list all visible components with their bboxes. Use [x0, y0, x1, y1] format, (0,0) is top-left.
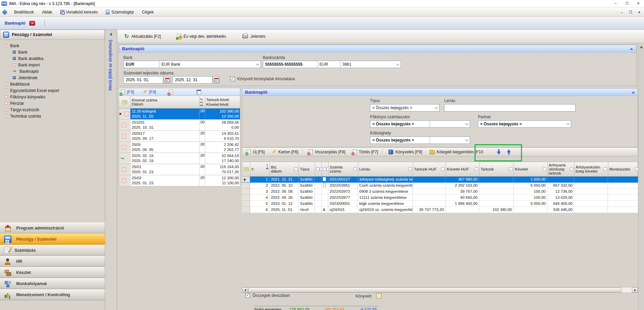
nav-item-hr[interactable]: HR — [0, 256, 105, 267]
filter-box-icon[interactable] — [354, 167, 357, 171]
col-flag2[interactable] — [322, 162, 329, 176]
leiras-input[interactable] — [444, 104, 576, 112]
maximize-icon[interactable] — [621, 0, 633, 7]
bankszamla-select[interactable]: 55555555-55555555 EUR 3861 — [263, 61, 401, 68]
sidebar-item-bank-import[interactable]: Bank import — [0, 62, 105, 68]
sidebar-item-jelent-sek[interactable]: Jelentések — [0, 74, 105, 81]
menu-strip-label[interactable]: Menü (klikk az elrejtéshez) — [108, 40, 113, 91]
menu-item-c-gek[interactable]: Cégek — [138, 9, 158, 16]
filter-box-icon[interactable] — [509, 167, 513, 171]
filter-box-icon[interactable] — [323, 167, 326, 171]
booked-docs-checkbox-row[interactable]: Könyvelt bizonylatok kimutatása — [230, 76, 295, 81]
table-row[interactable]: 12021. 12. 21.Szállító2021/00127árfolyam… — [242, 177, 638, 183]
col-szamla-szama[interactable]: Számla száma — [329, 162, 358, 176]
statement-row[interactable]: 11.20 kötegelt 2025. 11. 20.,00102 380,0… — [119, 108, 240, 120]
mdi-minimize-icon[interactable] — [619, 10, 624, 14]
date-to-calendar-button[interactable] — [213, 76, 220, 84]
sidebar-item-egyszer-s-tett-excel-export[interactable]: Egyszerűsített Excel export — [0, 87, 105, 94]
konyveles-button[interactable]: Könyvelés [F9] — [386, 148, 425, 156]
col-kovetel-huf[interactable]: Követel HUF — [446, 162, 480, 176]
nav-item-k-szlet[interactable]: Készlet — [0, 267, 105, 278]
row-checkbox[interactable] — [122, 178, 126, 183]
scroll-left-icon[interactable] — [242, 287, 248, 292]
statement-row[interactable]: 251031 2025. 10. 31.,0028 059,56 0,00 — [119, 120, 240, 131]
col-flag1[interactable] — [315, 162, 322, 176]
filter-box-icon[interactable] — [441, 167, 444, 171]
sidebar-item-p-nzt-r[interactable]: Pénztár — [0, 100, 105, 106]
filter-box-icon[interactable] — [604, 167, 607, 171]
col-munkaszam[interactable]: Munkaszám — [608, 162, 638, 176]
karton-button[interactable]: Karton [F6] — [269, 148, 301, 156]
table-row[interactable]: 32022. 09. 08.Szállító2022/039730908 3 s… — [242, 189, 638, 195]
mdi-close-icon[interactable] — [637, 10, 642, 14]
row-checkbox[interactable] — [124, 112, 129, 116]
horizontal-scrollbar[interactable] — [242, 287, 638, 293]
table-row[interactable]: 42022. 09. 26.Szállító2022/0397712111 sz… — [242, 195, 638, 201]
filter-box-icon[interactable] — [316, 167, 319, 171]
statement-row[interactable]: 250917 2025. 09. 17.,0014 302,61 9 510,7… — [119, 131, 240, 142]
col-arfolyamkulonbseg-kovetel[interactable]: Árfolyamkülön bség követel — [575, 162, 608, 176]
col-tartozik-felvitt[interactable]: Tartozik-felvitt Követel-felvitt — [205, 96, 240, 108]
menu-item-vonalk-d-keres-s[interactable]: Vonalkód keresés — [56, 9, 102, 16]
col-tipus[interactable]: Típus — [299, 162, 315, 176]
col-tartozik[interactable]: Ta rto zik — [200, 96, 205, 108]
visszanyitas-button[interactable]: Visszanyitás [F8] — [306, 148, 348, 156]
statement-row[interactable]: 25/01 2025. 01. 23.,00116 164,00 70 017,… — [119, 164, 240, 175]
nav-item-p-nz-gy-sz-mvitel[interactable]: Pénzügy / Számvitel — [0, 234, 105, 245]
tab-close-icon[interactable] — [29, 21, 35, 26]
menu-item-sz-mol-g-p[interactable]: Számológép — [102, 9, 138, 16]
sidebar-item-bank[interactable]: Bank — [0, 42, 105, 49]
chevron-down-icon[interactable] — [565, 121, 571, 127]
new-statement-icon[interactable] — [121, 90, 125, 95]
row-checkbox[interactable] — [122, 145, 126, 150]
statement-row[interactable]: 2025. 02. 19. 2025. 02. 19.,0032 664,19 … — [119, 153, 240, 164]
col-leiras[interactable]: Leírás — [358, 162, 413, 176]
date-from-input[interactable] — [123, 76, 163, 84]
chevron-down-icon[interactable] — [433, 104, 439, 111]
delete-statement-icon[interactable] — [169, 90, 173, 95]
scroll-right-icon[interactable] — [632, 287, 638, 292]
nav-item-menedzsment-kontrolling[interactable]: Menedzsment / Kontrolling — [0, 289, 105, 300]
col-tartozik[interactable]: Tartozik — [480, 162, 514, 176]
scrollbar-thumb[interactable] — [248, 287, 621, 292]
panel-collapse-icon[interactable] — [630, 48, 633, 50]
jelentes-button[interactable]: Jelentés — [240, 32, 268, 40]
booked-docs-checkbox[interactable] — [230, 76, 235, 81]
sidebar-item-be-ll-t-sok[interactable]: Beállítások — [0, 81, 105, 87]
col-arfolyamkulonbseg-tartozik[interactable]: Árfolyamk ülönbség tartozik — [548, 162, 575, 176]
col-tartozik-huf[interactable]: Tartozik HUF — [413, 162, 446, 176]
row-checkbox[interactable] — [122, 123, 126, 127]
col-kovetel[interactable]: Követel — [514, 162, 548, 176]
sidebar-item-f-k-nyvi-k-nyvel-s[interactable]: Főkönyvi könyvelés — [0, 94, 105, 100]
tipus-select[interactable]: < Összes bejegyzés > — [370, 104, 439, 112]
nav-item-sz-ml-z-s[interactable]: Számlázás — [0, 245, 105, 256]
table-row[interactable]: 62025. 11. 01.Vevő&új24/015új24/015 sz. … — [242, 207, 638, 213]
nav-item-munkafolyamat[interactable]: Munkafolyamat — [0, 278, 105, 289]
minimize-icon[interactable] — [610, 0, 621, 7]
edit-statement-icon[interactable] — [143, 89, 147, 95]
row-checkbox[interactable] — [122, 167, 126, 172]
sidebar-item-bank-analitika[interactable]: Bank analitika — [0, 55, 105, 62]
menu-item-be-ll-t-sok[interactable]: Beállítások — [10, 9, 38, 16]
fx-totals-checkbox[interactable] — [245, 293, 250, 298]
chevron-down-icon[interactable] — [254, 61, 260, 68]
chevron-down-icon[interactable] — [464, 121, 470, 127]
table-row[interactable]: 52023. 01. 12.Szállító2023/00001kkjjk sz… — [242, 201, 638, 207]
collapse-arrow-icon[interactable] — [110, 33, 112, 36]
partner-select[interactable]: < Összes bejegyzés > — [478, 120, 571, 128]
chevron-down-icon[interactable] — [464, 137, 470, 144]
scroll-up-icon[interactable] — [640, 46, 643, 48]
new-statement-label[interactable]: [F3] — [127, 90, 134, 94]
date-to-input[interactable] — [173, 76, 212, 84]
nav-item-program-adminisztr-ci[interactable]: Program adminisztráció — [0, 222, 105, 234]
col-num[interactable]: # 1 — [250, 162, 270, 176]
grid-settings-icon[interactable] — [196, 90, 201, 94]
fokonyvi-select[interactable]: < Összes bejegyzés > — [370, 120, 470, 128]
table-row[interactable]: 22022. 05. 10.Szállító2022/03951Cseh szá… — [242, 183, 638, 189]
menu-item-ablak[interactable]: Ablak — [38, 9, 56, 16]
filter-box-icon[interactable] — [475, 167, 478, 171]
edit-statement-label[interactable]: [F4] — [149, 90, 156, 94]
tab-banknaplo[interactable]: Banknapló — [5, 21, 25, 26]
chevron-down-icon[interactable] — [395, 61, 401, 68]
filter-box-icon[interactable] — [570, 167, 573, 171]
